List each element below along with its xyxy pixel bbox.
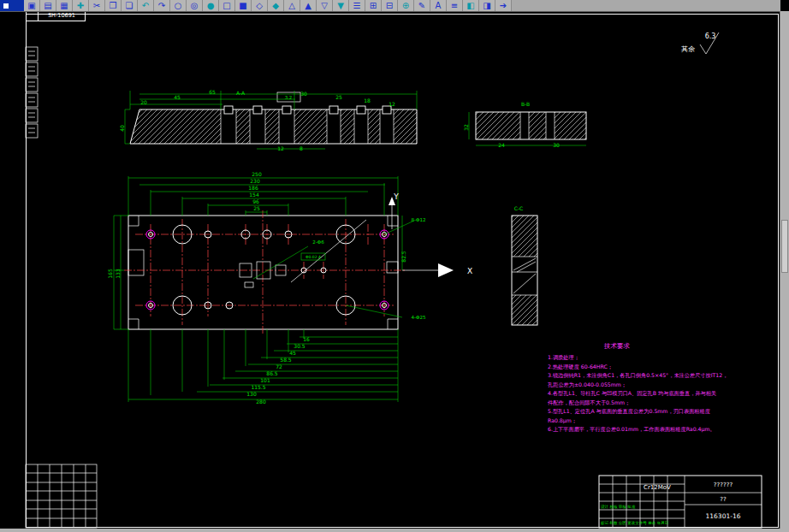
border-zone-cell: [26, 11, 39, 21]
window-title-fragment: [0, 0, 24, 11]
dimension-label: 12: [389, 101, 395, 107]
dimension-label: 45: [289, 350, 296, 356]
dimension-label: 30.5: [294, 343, 306, 349]
tech-notes-line: 2.热处理硬度 60-64HRC；: [548, 364, 613, 370]
dimension-label: 82.5: [400, 251, 406, 263]
toolbar-icons: ▣▤▦✚✂❐❏↶↷○◎●□■◇◆△▲▽▼☰⊞⊟⊕✎A≡◧◨➔: [24, 0, 512, 11]
toolbar-icon[interactable]: ◇: [252, 0, 268, 11]
annotation-label: ??: [720, 496, 727, 503]
revision-table: [26, 464, 97, 528]
dimension-label: Φ0.02 A: [306, 255, 322, 259]
app-icon: [3, 3, 9, 9]
border-header-label: SH-10691: [38, 11, 86, 21]
toolbar-icon[interactable]: A: [430, 0, 447, 11]
dimension-label: 4-Φ25: [412, 315, 426, 320]
toolbar-icon[interactable]: ✎: [414, 0, 430, 11]
dimension-label: 30: [300, 91, 307, 97]
toolbar-icon[interactable]: ■: [235, 0, 252, 11]
dimension-label: 58.5: [280, 357, 292, 363]
dimension-label: 230: [250, 178, 260, 184]
dimension-label: 165: [107, 269, 113, 279]
scrollbar-thumb[interactable]: [781, 220, 788, 273]
dimension-label: 130: [246, 391, 257, 397]
toolbar-icon[interactable]: ❐: [105, 0, 122, 11]
dimension-label: 45: [174, 94, 181, 100]
dimension-label: 设计 校核 审核 批准: [601, 504, 636, 509]
toolbar-icon[interactable]: ○: [170, 0, 187, 11]
toolbar-icon[interactable]: ↷: [154, 0, 170, 11]
annotation-label: 6.3: [705, 33, 716, 40]
dimension-label: 25: [253, 205, 260, 211]
bottom-strip: [0, 529, 780, 532]
toolbar: ▣▤▦✚✂❐❏↶↷○◎●□■◇◆△▲▽▼☰⊞⊟⊕✎A≡◧◨➔: [0, 0, 780, 12]
tech-notes-title: 技术要求: [603, 342, 631, 350]
dimension-label: 65: [209, 89, 216, 95]
dimension-label: 8: [300, 145, 303, 151]
section-view-b-b: [469, 112, 586, 145]
toolbar-icon[interactable]: ❏: [122, 0, 138, 11]
tech-notes-line: 件配作，配合间隙不大于0.5mm；: [548, 399, 630, 406]
toolbar-icon[interactable]: ≡: [447, 0, 463, 11]
dimension-label: 115.5: [251, 384, 265, 390]
dimension-label: 96: [252, 198, 259, 204]
dimension-label: 12: [277, 145, 284, 151]
toolbar-icon[interactable]: ▤: [40, 0, 56, 11]
section-view-c-c: [512, 216, 537, 325]
dimension-label: 2-Φ6: [312, 239, 324, 245]
toolbar-icon[interactable]: ◧: [463, 0, 479, 11]
toolbar-icon[interactable]: ◨: [479, 0, 495, 11]
toolbar-icon[interactable]: ⊕: [398, 0, 414, 11]
toolbar-icon[interactable]: ✚: [73, 0, 89, 11]
dimension-label: 40: [119, 125, 125, 132]
annotation-label: ??????: [714, 482, 733, 488]
dimension-label: 16: [303, 336, 310, 342]
dimension-label: 8-Φ12: [412, 217, 426, 222]
dimension-label: 32: [463, 124, 469, 131]
toolbar-icon[interactable]: ▣: [24, 0, 40, 11]
toolbar-icon[interactable]: ↶: [138, 0, 154, 11]
toolbar-icon[interactable]: ◎: [187, 0, 203, 11]
toolbar-icon[interactable]: ▽: [317, 0, 333, 11]
tech-notes-line: 6.上下平面磨平，平行度公差0.01mm，工作面表面粗糙度Ra0.4μm。: [548, 426, 715, 433]
tech-notes-line: 5.型孔L1、定位孔A 与底面的垂直度公差为0.5mm，刃口表面粗糙度: [548, 408, 710, 415]
toolbar-icon[interactable]: ☰: [349, 0, 365, 11]
dimension-label: 86.5: [266, 370, 278, 376]
toolbar-icon[interactable]: ⊟: [382, 0, 398, 11]
sheet-frame: [26, 15, 779, 529]
tech-notes-line: 4.各型孔L1、导柱孔C 与凹模刃口A、固定孔B 均与底面垂直，并与相关: [548, 390, 716, 397]
section-direction-arrow: [438, 263, 454, 277]
dimension-label: 20: [140, 99, 147, 105]
toolbar-icon[interactable]: □: [219, 0, 235, 11]
dimension-label: C-C: [514, 205, 524, 211]
tech-notes-line: 孔距公差为±0.040-0.055mm；: [547, 381, 626, 388]
cad-window: ▣▤▦✚✂❐❏↶↷○◎●□■◇◆△▲▽▼☰⊞⊟⊕✎A≡◧◨➔ SH-10691: [0, 0, 789, 532]
toolbar-icon[interactable]: ✂: [89, 0, 105, 11]
dimension-label: B-B: [521, 101, 530, 107]
toolbar-icon[interactable]: ⊞: [365, 0, 382, 11]
dimension-label: 186: [248, 185, 258, 191]
dimension-label: 3.2: [285, 95, 293, 100]
toolbar-icon[interactable]: ◆: [268, 0, 284, 11]
dimension-label: 133: [115, 269, 121, 279]
tech-notes-line: Ra0.8μm；: [548, 417, 577, 424]
dimension-label: 24: [498, 142, 505, 148]
toolbar-icon[interactable]: ➔: [495, 0, 512, 11]
dimension-label: 18: [364, 98, 371, 103]
toolbar-icon[interactable]: ▦: [56, 0, 73, 11]
section-view-a-a: [125, 91, 417, 149]
annotation-label: 116301-16: [706, 512, 741, 520]
toolbar-icon[interactable]: △: [284, 0, 300, 11]
annotation-label: 其余: [681, 45, 695, 53]
vertical-scrollbar[interactable]: [780, 11, 789, 532]
dimension-label: 250: [252, 171, 262, 177]
annotation-label: Y: [393, 192, 399, 201]
drawing-canvas[interactable]: 204565A-A30251812128403.2B-B243032C-C259…: [0, 0, 789, 532]
annotation-label: X: [467, 267, 472, 275]
dimension-label: 25: [335, 94, 342, 100]
toolbar-icon[interactable]: ▲: [300, 0, 317, 11]
dimension-label: 280: [256, 399, 266, 405]
dimension-label: 101: [260, 377, 270, 383]
toolbar-icon[interactable]: ▼: [333, 0, 349, 11]
toolbar-icon[interactable]: ●: [203, 0, 219, 11]
annotation-label: Cr12MoV: [644, 484, 671, 491]
